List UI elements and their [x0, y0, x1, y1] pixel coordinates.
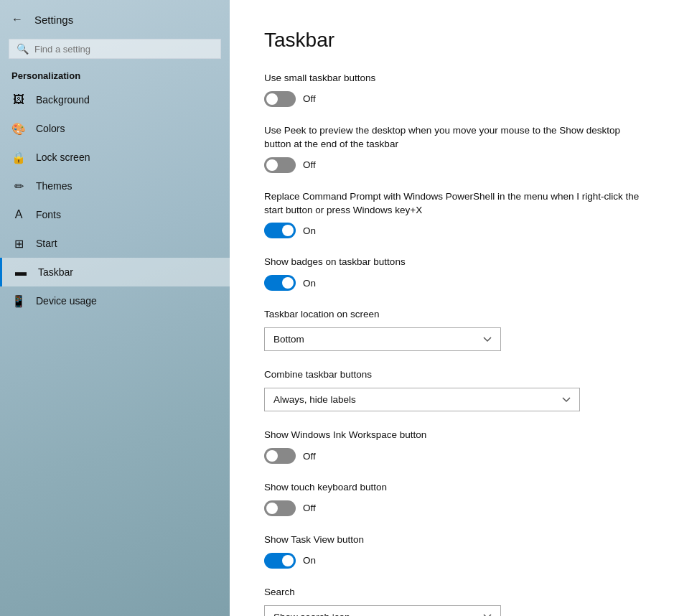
dropdown-taskbar-location[interactable]: BottomTopLeftRight	[264, 327, 501, 351]
sidebar-item-colors[interactable]: 🎨Colors	[0, 114, 230, 143]
sidebar-item-label-themes: Themes	[36, 180, 72, 192]
setting-search: SearchHiddenShow search iconShow search …	[264, 586, 640, 616]
dropdown-container-combine-taskbar: Always, hide labelsWhen taskbar is fullN…	[264, 388, 640, 411]
toggle-row-replace-command-prompt: On	[264, 223, 640, 238]
toggle-row-touch-keyboard: Off	[264, 500, 640, 516]
toggle-label-windows-ink: Off	[303, 451, 316, 462]
setting-touch-keyboard: Show touch keyboard buttonOff	[264, 481, 640, 516]
sidebar-item-taskbar[interactable]: ▬Taskbar	[0, 258, 230, 286]
toggle-row-task-view: On	[264, 553, 640, 569]
nav-list: 🖼Background🎨Colors🔒Lock screen✏ThemesAFo…	[0, 85, 230, 315]
toggle-row-show-badges: On	[264, 275, 640, 291]
sidebar-item-label-lock-screen: Lock screen	[36, 151, 90, 163]
setting-label-replace-command-prompt: Replace Command Prompt with Windows Powe…	[264, 190, 640, 218]
search-input[interactable]	[34, 44, 213, 55]
sidebar-header: ← Settings	[0, 0, 230, 36]
setting-label-task-view: Show Task View button	[264, 533, 640, 547]
toggle-label-peek-preview: Off	[303, 159, 316, 170]
setting-label-touch-keyboard: Show touch keyboard button	[264, 481, 640, 495]
dropdown-container-search: HiddenShow search iconShow search box	[264, 605, 640, 616]
page-title: Taskbar	[264, 29, 640, 52]
toggle-label-small-taskbar-buttons: Off	[303, 93, 316, 104]
sidebar-item-label-colors: Colors	[36, 123, 65, 134]
fonts-icon: A	[11, 207, 26, 222]
setting-task-view: Show Task View buttonOn	[264, 533, 640, 569]
sidebar-item-themes[interactable]: ✏Themes	[0, 172, 230, 200]
dropdown-container-taskbar-location: BottomTopLeftRight	[264, 327, 640, 351]
settings-list: Use small taskbar buttonsOffUse Peek to …	[264, 72, 640, 616]
toggle-label-replace-command-prompt: On	[303, 225, 316, 236]
toggle-row-small-taskbar-buttons: Off	[264, 91, 640, 107]
taskbar-icon: ▬	[14, 265, 28, 279]
toggle-task-view[interactable]	[264, 553, 296, 569]
setting-label-search: Search	[264, 586, 640, 599]
dropdown-search[interactable]: HiddenShow search iconShow search box	[264, 605, 501, 616]
themes-icon: ✏	[11, 179, 26, 193]
search-box[interactable]: 🔍	[9, 39, 221, 59]
sidebar-item-label-background: Background	[36, 94, 90, 106]
sidebar-item-label-fonts: Fonts	[36, 209, 61, 220]
dropdown-combine-taskbar[interactable]: Always, hide labelsWhen taskbar is fullN…	[264, 388, 580, 411]
start-icon: ⊞	[11, 236, 26, 251]
setting-peek-preview: Use Peek to preview the desktop when you…	[264, 124, 640, 173]
setting-label-taskbar-location: Taskbar location on screen	[264, 308, 640, 322]
sidebar-item-lock-screen[interactable]: 🔒Lock screen	[0, 143, 230, 172]
sidebar-item-label-device-usage: Device usage	[36, 295, 97, 307]
group-label: Personalization	[0, 65, 230, 85]
toggle-small-taskbar-buttons[interactable]	[264, 91, 296, 107]
toggle-label-touch-keyboard: Off	[303, 503, 316, 513]
main-content: Taskbar Use small taskbar buttonsOffUse …	[230, 0, 674, 616]
toggle-peek-preview[interactable]	[264, 157, 296, 173]
back-button[interactable]: ←	[9, 10, 26, 29]
toggle-touch-keyboard[interactable]	[264, 500, 296, 516]
toggle-label-show-badges: On	[303, 278, 316, 289]
sidebar-item-label-taskbar: Taskbar	[38, 266, 73, 278]
sidebar-item-background[interactable]: 🖼Background	[0, 85, 230, 114]
setting-label-peek-preview: Use Peek to preview the desktop when you…	[264, 124, 640, 151]
setting-label-windows-ink: Show Windows Ink Workspace button	[264, 429, 640, 442]
setting-combine-taskbar: Combine taskbar buttonsAlways, hide labe…	[264, 368, 640, 411]
device-usage-icon: 📱	[11, 294, 26, 308]
setting-label-small-taskbar-buttons: Use small taskbar buttons	[264, 72, 640, 85]
lock-screen-icon: 🔒	[11, 150, 26, 164]
toggle-label-task-view: On	[303, 555, 316, 566]
setting-label-show-badges: Show badges on taskbar buttons	[264, 256, 640, 269]
setting-show-badges: Show badges on taskbar buttonsOn	[264, 256, 640, 291]
setting-replace-command-prompt: Replace Command Prompt with Windows Powe…	[264, 190, 640, 239]
toggle-row-windows-ink: Off	[264, 448, 640, 464]
background-icon: 🖼	[11, 93, 26, 107]
search-icon: 🔍	[17, 43, 29, 55]
setting-label-combine-taskbar: Combine taskbar buttons	[264, 368, 640, 382]
sidebar-item-start[interactable]: ⊞Start	[0, 229, 230, 258]
toggle-windows-ink[interactable]	[264, 448, 296, 464]
sidebar-item-device-usage[interactable]: 📱Device usage	[0, 286, 230, 315]
sidebar: ← Settings 🔍 Personalization 🖼Background…	[0, 0, 230, 616]
colors-icon: 🎨	[11, 121, 26, 136]
toggle-show-badges[interactable]	[264, 275, 296, 291]
setting-windows-ink: Show Windows Ink Workspace buttonOff	[264, 429, 640, 464]
setting-small-taskbar-buttons: Use small taskbar buttonsOff	[264, 72, 640, 107]
setting-taskbar-location: Taskbar location on screenBottomTopLeftR…	[264, 308, 640, 351]
toggle-replace-command-prompt[interactable]	[264, 223, 296, 238]
sidebar-item-fonts[interactable]: AFonts	[0, 200, 230, 229]
sidebar-item-label-start: Start	[36, 238, 57, 249]
settings-title: Settings	[34, 14, 73, 26]
toggle-row-peek-preview: Off	[264, 157, 640, 173]
